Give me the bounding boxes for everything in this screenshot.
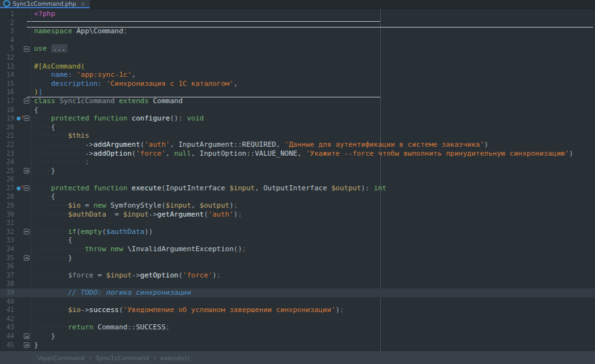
- code-line[interactable]: 26: [0, 175, 595, 184]
- line-number: 5: [0, 44, 15, 53]
- code-line[interactable]: 35········}: [0, 254, 595, 263]
- code-line[interactable]: 16)]: [0, 88, 595, 97]
- code-line[interactable]: 41········$io->success('Уведомление об у…: [0, 306, 595, 315]
- code-line[interactable]: 15····description: 'Синхронизация с 1С к…: [0, 79, 595, 88]
- line-number: 44: [0, 332, 15, 341]
- code-text: [31, 19, 595, 28]
- breadcrumb-item[interactable]: Sync1cCommand: [96, 354, 149, 361]
- code-text: ····}: [31, 332, 595, 341]
- code-line[interactable]: 24············;: [0, 158, 595, 167]
- code-text: ····name: 'app:sync-1c',: [31, 70, 595, 79]
- line-number: 42: [0, 315, 15, 324]
- code-line[interactable]: 36: [0, 262, 595, 271]
- tab-sync1ccommand-php[interactable]: Sync1cCommand.php ×: [0, 0, 90, 8]
- code-text: ····description: 'Синхронизация с 1С кат…: [31, 79, 595, 88]
- line-number: 36: [0, 262, 15, 271]
- fold-collapse-icon[interactable]: [24, 115, 29, 121]
- line-number: 37: [0, 271, 15, 280]
- code-text: ········$io->success('Уведомление об усп…: [31, 306, 595, 315]
- code-line[interactable]: 13#[AsCommand(: [0, 62, 595, 71]
- code-line[interactable]: 44····}: [0, 332, 595, 341]
- line-number: 45: [0, 341, 15, 350]
- line-number: 25: [0, 167, 15, 176]
- folded-code-placeholder[interactable]: ...: [51, 44, 68, 53]
- breadcrumb-separator-icon: ›: [153, 354, 156, 361]
- fold-end-icon[interactable]: [24, 342, 29, 348]
- fold-collapse-icon[interactable]: [24, 46, 29, 52]
- line-number: 43: [0, 323, 15, 332]
- code-text: use ...: [31, 44, 595, 53]
- code-text: ········return Command::SUCCESS;: [31, 323, 595, 332]
- code-text: ········$io = new SymfonyStyle($input, $…: [31, 201, 595, 210]
- code-text: ····protected function configure(): void: [31, 114, 595, 123]
- code-text: [31, 279, 595, 288]
- code-line[interactable]: 28····{: [0, 192, 595, 201]
- code-line[interactable]: 3namespace App\Command;: [0, 27, 595, 36]
- code-line[interactable]: 43········return Command::SUCCESS;: [0, 323, 595, 332]
- code-line[interactable]: 27····protected function execute(InputIn…: [0, 184, 595, 193]
- code-line[interactable]: 37········$force = $input->getOption('fo…: [0, 271, 595, 280]
- line-number: 41: [0, 306, 15, 315]
- code-editor[interactable]: 1<?php23namespace App\Command;45use ...1…: [0, 9, 595, 351]
- fold-collapse-icon[interactable]: [24, 185, 29, 191]
- line-number: 32: [0, 228, 15, 236]
- breadcrumb: \App\Command›Sync1cCommand›execute(): [0, 351, 595, 364]
- fold-collapse-icon[interactable]: [24, 98, 29, 104]
- code-line[interactable]: 18{: [0, 106, 595, 115]
- overrides-method-icon[interactable]: [17, 185, 23, 192]
- code-text: ········$force = $input->getOption('forc…: [31, 271, 595, 280]
- code-text: namespace App\Command;: [31, 27, 595, 36]
- fold-end-icon[interactable]: [24, 333, 29, 339]
- code-line[interactable]: 33········{: [0, 236, 595, 245]
- breadcrumb-item[interactable]: execute(): [160, 354, 189, 361]
- code-line[interactable]: 2: [0, 19, 595, 28]
- overrides-method-icon[interactable]: [17, 115, 23, 122]
- breadcrumb-item[interactable]: \App\Command: [37, 354, 85, 361]
- code-line[interactable]: 21········$this: [0, 131, 595, 140]
- line-number: 19: [0, 114, 15, 123]
- code-line[interactable]: 1<?php: [0, 10, 595, 19]
- code-line[interactable]: 31: [0, 219, 595, 228]
- line-number: 21: [0, 131, 15, 140]
- code-text: [31, 315, 595, 324]
- code-line[interactable]: 32········if(empty($authData)): [0, 228, 595, 236]
- code-text: ········$authData = $input->getArgument(…: [31, 210, 595, 219]
- code-line[interactable]: 23············->addOption('force', null,…: [0, 149, 595, 158]
- code-line[interactable]: 30········$authData = $input->getArgumen…: [0, 210, 595, 219]
- line-number: 16: [0, 88, 15, 97]
- code-line[interactable]: 5use ...: [0, 44, 595, 53]
- line-number: 38: [0, 279, 15, 288]
- code-line[interactable]: 22············->addArgument('auth', Inpu…: [0, 140, 595, 149]
- code-line[interactable]: 4: [0, 36, 595, 45]
- code-line[interactable]: 14····name: 'app:sync-1c',: [0, 70, 595, 79]
- code-line[interactable]: 34············throw new \InvalidArgument…: [0, 245, 595, 254]
- line-number: 29: [0, 201, 15, 210]
- code-line[interactable]: 12: [0, 53, 595, 62]
- code-text: ········if(empty($authData)): [31, 228, 595, 236]
- line-number: 3: [0, 27, 15, 36]
- tab-close-icon[interactable]: ×: [81, 1, 86, 7]
- fold-collapse-icon[interactable]: [24, 229, 29, 235]
- code-line[interactable]: 17class Sync1cCommand extends Command: [0, 97, 595, 106]
- code-line[interactable]: 38: [0, 279, 595, 288]
- code-line[interactable]: 19····protected function configure(): vo…: [0, 114, 595, 123]
- code-line[interactable]: 25····}: [0, 167, 595, 176]
- line-number: 22: [0, 140, 15, 149]
- code-text: ············->addArgument('auth', InputA…: [31, 140, 595, 149]
- code-line-caret[interactable]: 39········// TODO: логика синхронизации: [0, 288, 595, 297]
- code-line[interactable]: 20····{: [0, 123, 595, 132]
- line-number: 12: [0, 53, 15, 62]
- code-text: ····{: [31, 192, 595, 201]
- code-line[interactable]: 45}: [0, 341, 595, 350]
- line-number: 24: [0, 158, 15, 167]
- line-number: 23: [0, 149, 15, 158]
- code-text: ········$this: [31, 131, 595, 140]
- code-text: [31, 262, 595, 271]
- line-number: 28: [0, 192, 15, 201]
- fold-end-icon[interactable]: [24, 255, 29, 261]
- code-line[interactable]: 42: [0, 315, 595, 324]
- code-line[interactable]: 29········$io = new SymfonyStyle($input,…: [0, 201, 595, 210]
- fold-end-icon[interactable]: [24, 168, 29, 174]
- code-line[interactable]: 40: [0, 297, 595, 306]
- code-text: [31, 297, 595, 306]
